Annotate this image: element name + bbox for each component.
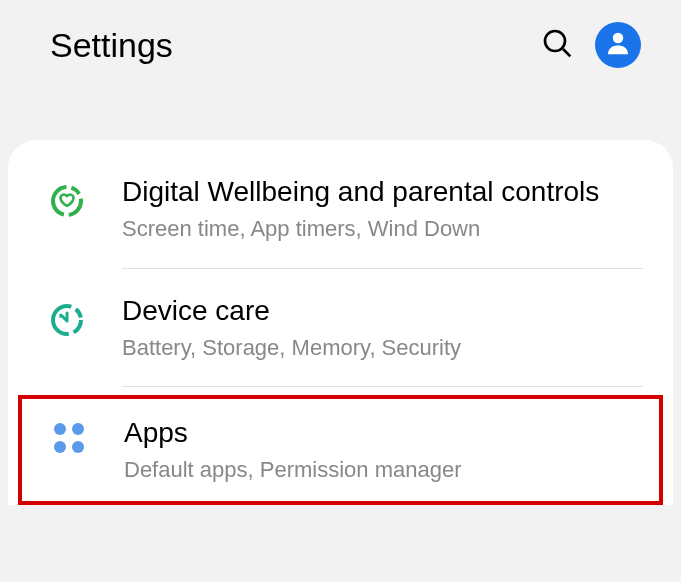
person-icon	[603, 28, 633, 62]
header-actions	[541, 22, 641, 68]
svg-point-0	[545, 31, 565, 51]
account-button[interactable]	[595, 22, 641, 68]
list-item-title: Device care	[122, 293, 643, 328]
wellbeing-icon	[48, 182, 86, 220]
highlight-box: Apps Default apps, Permission manager	[18, 395, 663, 505]
list-item-subtitle: Battery, Storage, Memory, Security	[122, 334, 643, 363]
list-item-title: Digital Wellbeing and parental controls	[122, 174, 643, 209]
settings-item-digital-wellbeing[interactable]: Digital Wellbeing and parental controls …	[8, 150, 673, 268]
list-item-content: Digital Wellbeing and parental controls …	[122, 174, 643, 244]
svg-point-2	[613, 33, 624, 44]
search-button[interactable]	[541, 27, 573, 63]
settings-item-device-care[interactable]: Device care Battery, Storage, Memory, Se…	[8, 269, 673, 387]
search-icon	[541, 45, 573, 62]
svg-line-1	[563, 49, 570, 56]
list-item-title: Apps	[124, 415, 629, 450]
settings-item-apps[interactable]: Apps Default apps, Permission manager	[22, 399, 659, 501]
device-care-icon	[48, 301, 86, 339]
divider	[122, 386, 643, 387]
header: Settings	[0, 0, 681, 90]
list-item-content: Device care Battery, Storage, Memory, Se…	[122, 293, 643, 363]
list-item-content: Apps Default apps, Permission manager	[124, 415, 629, 485]
list-item-subtitle: Default apps, Permission manager	[124, 456, 629, 485]
page-title: Settings	[50, 26, 541, 65]
apps-icon	[50, 419, 88, 457]
svg-point-3	[53, 187, 81, 215]
list-item-subtitle: Screen time, App timers, Wind Down	[122, 215, 643, 244]
settings-card: Digital Wellbeing and parental controls …	[8, 140, 673, 505]
